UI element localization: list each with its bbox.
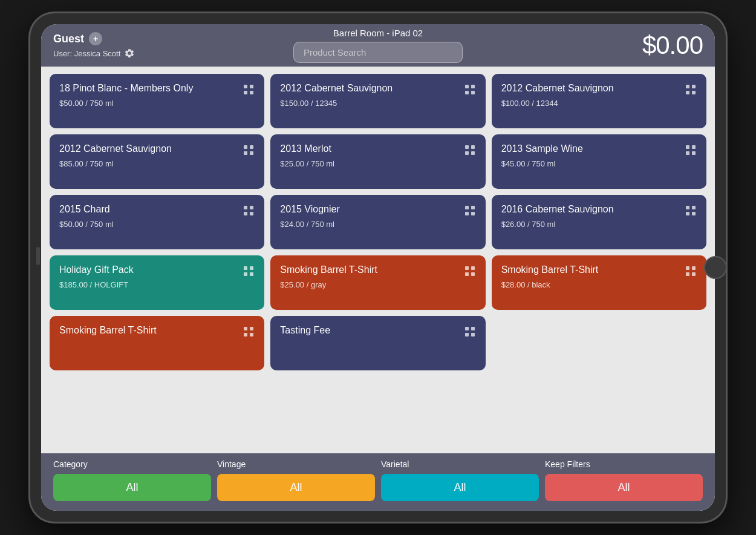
svg-rect-38 <box>244 272 247 276</box>
product-price: $28.00 / black <box>501 280 685 289</box>
grid-options-icon[interactable] <box>685 144 697 159</box>
product-name: 2012 Cabernet Sauvignon <box>59 143 243 156</box>
grid-options-icon[interactable] <box>464 84 476 99</box>
product-card[interactable]: Holiday Gift Pack$185.00 / HOLGIFT <box>50 255 264 310</box>
product-card[interactable]: 2013 Merlot$25.00 / 750 ml <box>270 134 485 189</box>
vintage-filter-button[interactable]: All <box>217 474 375 501</box>
svg-rect-30 <box>465 212 469 215</box>
svg-rect-55 <box>471 333 475 336</box>
product-info: Tasting Fee <box>280 324 463 341</box>
svg-rect-23 <box>692 151 696 155</box>
product-card[interactable]: 2013 Sample Wine$45.00 / 750 ml <box>492 134 706 189</box>
svg-rect-5 <box>471 85 475 88</box>
svg-rect-2 <box>244 91 247 94</box>
product-search-input[interactable] <box>293 42 463 63</box>
product-card[interactable]: 2016 Cabernet Sauvignon$26.00 / 750 ml <box>492 195 706 249</box>
svg-rect-3 <box>250 91 253 94</box>
svg-rect-16 <box>465 145 469 149</box>
product-card[interactable]: 2015 Viognier$24.00 / 750 ml <box>270 195 485 249</box>
product-info: 2015 Chard$50.00 / 750 ml <box>59 203 243 229</box>
svg-rect-8 <box>686 85 689 88</box>
grid-options-icon[interactable] <box>243 326 255 341</box>
category-label: Category <box>53 459 211 469</box>
svg-rect-24 <box>244 206 247 209</box>
varietal-label: Varietal <box>381 459 539 469</box>
grid-options-icon[interactable] <box>464 265 476 280</box>
svg-rect-29 <box>471 206 475 209</box>
product-card[interactable]: 18 Pinot Blanc - Members Only$50.00 / 75… <box>50 74 264 128</box>
svg-rect-35 <box>692 212 696 215</box>
product-name: Tasting Fee <box>280 324 463 337</box>
grid-options-icon[interactable] <box>243 144 255 159</box>
svg-rect-7 <box>471 91 475 94</box>
header-title: Barrel Room - iPad 02 <box>333 28 423 38</box>
grid-options-icon[interactable] <box>464 326 476 341</box>
svg-rect-28 <box>465 206 469 209</box>
svg-rect-14 <box>244 151 247 155</box>
product-info: 2012 Cabernet Sauvignon$85.00 / 750 ml <box>59 143 243 168</box>
product-card[interactable]: Smoking Barrel T-Shirt$28.00 / black <box>492 255 706 310</box>
grid-options-icon[interactable] <box>685 265 697 280</box>
svg-rect-37 <box>250 266 253 270</box>
product-price: $25.00 / gray <box>280 280 463 289</box>
product-name: 2013 Sample Wine <box>501 143 685 156</box>
svg-rect-41 <box>471 266 475 270</box>
product-info: 2016 Cabernet Sauvignon$26.00 / 750 ml <box>501 203 685 229</box>
product-name: Holiday Gift Pack <box>59 264 243 277</box>
grid-options-icon[interactable] <box>464 205 476 220</box>
svg-rect-52 <box>465 327 469 330</box>
product-info: Smoking Barrel T-Shirt <box>59 324 243 341</box>
product-card[interactable]: 2012 Cabernet Sauvignon$100.00 / 12344 <box>492 74 706 128</box>
svg-rect-9 <box>692 85 696 88</box>
grid-options-icon[interactable] <box>243 265 255 280</box>
grid-options-icon[interactable] <box>464 144 476 159</box>
add-guest-button[interactable]: + <box>89 32 102 45</box>
svg-rect-36 <box>244 266 247 270</box>
category-filter-button[interactable]: All <box>53 474 211 501</box>
cart-total: $0.00 <box>642 31 703 59</box>
keep-filters-button[interactable]: All <box>545 474 703 501</box>
grid-options-icon[interactable] <box>685 84 697 99</box>
svg-rect-33 <box>692 206 696 209</box>
svg-rect-34 <box>686 212 689 215</box>
product-card[interactable]: 2012 Cabernet Sauvignon$150.00 / 12345 <box>270 74 485 128</box>
svg-rect-40 <box>465 266 469 270</box>
svg-rect-31 <box>471 212 475 215</box>
keep-filters-label: Keep Filters <box>545 459 703 469</box>
svg-rect-49 <box>250 327 253 330</box>
svg-rect-53 <box>471 327 475 330</box>
svg-rect-15 <box>250 151 253 155</box>
svg-rect-44 <box>686 266 689 270</box>
product-card[interactable]: 2015 Chard$50.00 / 750 ml <box>50 195 264 249</box>
grid-options-icon[interactable] <box>243 205 255 220</box>
product-info: 2012 Cabernet Sauvignon$150.00 / 12345 <box>280 82 463 108</box>
grid-options-icon[interactable] <box>685 205 697 220</box>
product-price: $45.00 / 750 ml <box>501 159 685 168</box>
product-info: 2013 Sample Wine$45.00 / 750 ml <box>501 143 685 168</box>
user-row: User: Jessica Scott <box>53 48 135 59</box>
product-info: Smoking Barrel T-Shirt$25.00 / gray <box>280 264 463 289</box>
product-card[interactable]: Tasting Fee <box>270 316 485 370</box>
svg-rect-46 <box>686 272 689 276</box>
svg-rect-1 <box>250 85 253 88</box>
home-button[interactable] <box>704 256 727 279</box>
product-card[interactable]: Smoking Barrel T-Shirt <box>50 316 264 370</box>
filter-labels: Category Vintage Varietal Keep Filters <box>53 459 703 469</box>
product-card[interactable]: Smoking Barrel T-Shirt$25.00 / gray <box>270 255 485 310</box>
header: Guest + User: Jessica Scott Barrel Room … <box>41 24 715 67</box>
svg-rect-19 <box>471 151 475 155</box>
product-name: 2015 Viognier <box>280 203 463 216</box>
product-info: Holiday Gift Pack$185.00 / HOLGIFT <box>59 264 243 289</box>
user-label: User: Jessica Scott <box>53 49 120 58</box>
product-price: $24.00 / 750 ml <box>280 220 463 229</box>
product-info: 2012 Cabernet Sauvignon$100.00 / 12344 <box>501 82 685 108</box>
grid-options-icon[interactable] <box>243 84 255 99</box>
vintage-label: Vintage <box>217 459 375 469</box>
svg-rect-10 <box>686 91 689 94</box>
product-card[interactable]: 2012 Cabernet Sauvignon$85.00 / 750 ml <box>50 134 264 189</box>
varietal-filter-button[interactable]: All <box>381 474 539 501</box>
product-name: 2015 Chard <box>59 203 243 216</box>
svg-rect-42 <box>465 272 469 276</box>
product-name: Smoking Barrel T-Shirt <box>501 264 685 277</box>
settings-icon[interactable] <box>124 48 135 59</box>
